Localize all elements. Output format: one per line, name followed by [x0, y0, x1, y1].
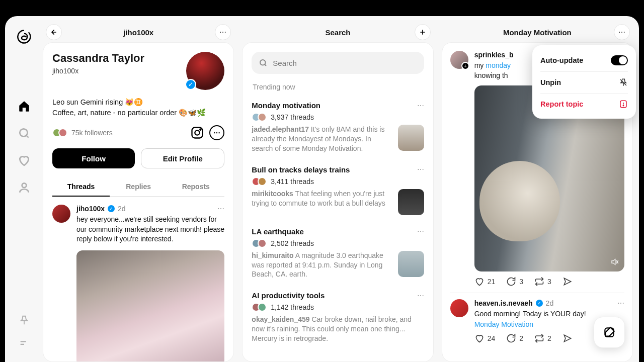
profile-avatar[interactable]: ✓ — [186, 52, 224, 90]
post-avatar[interactable] — [52, 205, 70, 223]
trending-header: Trending now — [252, 76, 424, 95]
followers-link[interactable]: 75k followers — [52, 128, 113, 137]
column-title: Search — [325, 28, 350, 37]
add-column-button[interactable] — [415, 24, 431, 40]
trend-item[interactable]: LA earthquake ⋯ 2,502 threads hi_kimurai… — [252, 221, 424, 286]
column-more-button[interactable]: ⋯ — [614, 24, 630, 40]
follow-plus-icon[interactable]: + — [461, 62, 469, 70]
post-avatar[interactable]: + — [450, 51, 468, 69]
trend-item[interactable]: Monday motivation ⋯ 3,937 threads jaded.… — [252, 95, 424, 159]
follow-button[interactable]: Follow — [52, 148, 135, 168]
search-input-wrap[interactable] — [252, 52, 424, 74]
svg-point-3 — [195, 130, 200, 135]
column-more-button[interactable]: ⋯ — [215, 24, 231, 40]
repost-button[interactable]: 3 — [534, 277, 551, 287]
verified-badge-icon: ✓ — [185, 79, 196, 90]
mute-icon[interactable] — [610, 257, 619, 266]
back-button[interactable] — [46, 24, 62, 40]
profile-more-button[interactable]: ⋯ — [209, 125, 224, 140]
reply-button[interactable]: 3 — [506, 277, 523, 287]
heart-icon[interactable] — [18, 154, 31, 167]
svg-point-4 — [200, 129, 201, 130]
post-username[interactable]: heaven.is.nevaeh — [474, 299, 533, 307]
post-username[interactable]: jiho100x — [76, 205, 105, 213]
pin-icon[interactable] — [19, 315, 30, 326]
report-icon — [619, 100, 628, 109]
trend-more-button[interactable]: ⋯ — [417, 102, 424, 110]
share-button[interactable] — [562, 333, 573, 343]
column-options-popover: Auto-update Unpin Report topic — [532, 45, 636, 119]
profile-column: jiho100x ⋯ Cassandra Taylor jiho100x ✓ L… — [43, 22, 234, 362]
auto-update-toggle[interactable] — [611, 55, 628, 65]
menu-auto-update[interactable]: Auto-update — [540, 49, 628, 72]
search-input[interactable] — [273, 59, 417, 67]
instagram-icon[interactable] — [190, 126, 204, 140]
trend-item[interactable]: Bull on tracks delays trains ⋯ 3,411 thr… — [252, 159, 424, 221]
post-image[interactable] — [76, 250, 224, 362]
verified-badge-icon: ✓ — [108, 205, 115, 212]
trend-more-button[interactable]: ⋯ — [417, 227, 424, 235]
profile-post[interactable]: jiho100x ✓ 2d ⋯ hey everyone...we're sti… — [52, 197, 224, 362]
menu-icon[interactable] — [19, 338, 30, 349]
like-button[interactable]: 21 — [474, 277, 496, 287]
menu-unpin[interactable]: Unpin — [540, 72, 628, 94]
facepile-icon — [52, 128, 67, 137]
search-icon[interactable] — [18, 127, 31, 140]
post-username[interactable]: sprinkles_b — [474, 51, 514, 59]
menu-report[interactable]: Report topic — [540, 94, 628, 115]
svg-point-1 — [22, 183, 26, 188]
tab-replies[interactable]: Replies — [110, 177, 167, 197]
profile-icon[interactable] — [18, 181, 31, 194]
unpin-icon — [619, 78, 628, 87]
search-icon — [259, 58, 268, 67]
trend-item[interactable]: AI productivity tools ⋯ 1,142 threads ok… — [252, 285, 424, 349]
tab-threads[interactable]: Threads — [52, 177, 110, 197]
search-column: Search Trending now Monday motivation ⋯ — [242, 22, 433, 362]
left-sidebar — [5, 16, 43, 362]
share-button[interactable] — [562, 277, 573, 287]
column-title: jiho100x — [123, 28, 153, 37]
trend-thumbnail — [398, 189, 424, 215]
post-time: 2d — [118, 205, 126, 213]
feed-column: Monday Motivation ⋯ Auto-update Unpin Re… — [442, 22, 633, 362]
hashtag-link[interactable]: monday — [486, 61, 511, 69]
post-more-button[interactable]: ⋯ — [217, 205, 224, 213]
trend-thumbnail — [398, 125, 424, 151]
reply-button[interactable]: 2 — [506, 333, 523, 343]
tab-reposts[interactable]: Reposts — [167, 177, 224, 197]
threads-logo[interactable] — [17, 29, 32, 44]
handle: jiho100x — [52, 67, 144, 75]
post-text: hey everyone...we're still seeking vendo… — [76, 215, 224, 244]
post-avatar[interactable] — [450, 299, 468, 317]
post-more-button[interactable]: ⋯ — [617, 299, 624, 307]
bio-line: Leo sun Gemini rising 😻♊ — [52, 97, 224, 108]
column-title: Monday Motivation — [503, 28, 572, 37]
home-icon[interactable] — [18, 100, 31, 113]
repost-button[interactable]: 2 — [534, 333, 551, 343]
trend-more-button[interactable]: ⋯ — [417, 165, 424, 173]
svg-point-7 — [623, 105, 624, 106]
trend-thumbnail — [398, 251, 424, 277]
edit-profile-button[interactable]: Edit Profile — [141, 148, 224, 168]
display-name: Cassandra Taylor — [52, 52, 144, 65]
compose-button[interactable] — [594, 317, 625, 348]
like-button[interactable]: 24 — [474, 333, 496, 343]
verified-badge-icon: ✓ — [536, 300, 543, 307]
svg-point-0 — [20, 129, 27, 136]
svg-point-5 — [260, 60, 266, 65]
trend-more-button[interactable]: ⋯ — [417, 292, 424, 300]
bio-line: Coffee, art, nature - no particular orde… — [52, 108, 224, 118]
